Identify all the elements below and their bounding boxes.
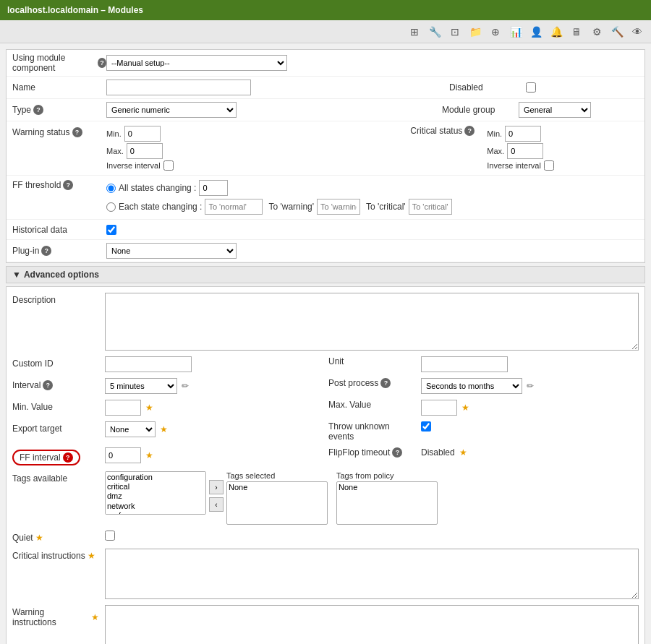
puzzle-icon[interactable]: ⊕ bbox=[488, 24, 503, 40]
wrench-icon[interactable]: 🔧 bbox=[427, 24, 443, 40]
settings-icon[interactable]: ⚙ bbox=[589, 24, 605, 40]
tags-selected-listbox[interactable]: None bbox=[226, 481, 328, 525]
critical-max-input[interactable] bbox=[507, 143, 543, 159]
warning-instructions-textarea[interactable] bbox=[105, 605, 639, 644]
flipflop-timeout-label: FlipFlop timeout ? bbox=[328, 447, 415, 458]
tags-add-arrow[interactable]: › bbox=[209, 480, 224, 494]
disabled-checkbox[interactable] bbox=[526, 82, 536, 93]
warning-control: Min. Max. Inverse interval Criti bbox=[106, 126, 639, 171]
using-module-control: --Manual setup-- bbox=[106, 55, 639, 71]
quiet-checkbox[interactable] bbox=[105, 531, 115, 541]
using-module-row: Using module component ? --Manual setup-… bbox=[7, 50, 644, 77]
tags-remove-arrow[interactable]: ‹ bbox=[209, 497, 224, 512]
ff-all-states-radio[interactable] bbox=[106, 184, 116, 193]
warning-instructions-label: Warning instructions ★ bbox=[12, 605, 99, 627]
post-process-edit-icon[interactable]: ✏ bbox=[527, 381, 534, 391]
top-bar: localhost.localdomain – Modules bbox=[0, 0, 651, 20]
critical-status-half: Critical status ? Min. Max. I bbox=[410, 126, 639, 171]
warning-max-input[interactable] bbox=[127, 143, 163, 159]
type-label: Type ? bbox=[12, 105, 106, 115]
type-help-icon[interactable]: ? bbox=[33, 105, 43, 115]
interval-help-icon[interactable]: ? bbox=[43, 380, 53, 390]
historical-data-row: Historical data bbox=[7, 220, 644, 240]
user-icon[interactable]: 👤 bbox=[528, 24, 544, 40]
unit-input[interactable] bbox=[421, 356, 508, 372]
flipflop-timeout-help-icon[interactable]: ? bbox=[392, 447, 402, 458]
ff-to-normal-input[interactable] bbox=[205, 199, 263, 215]
plugin-select[interactable]: None bbox=[106, 243, 237, 259]
warning-max-label: Max. bbox=[106, 147, 124, 155]
min-value-input[interactable] bbox=[105, 400, 141, 416]
server-icon[interactable]: 🖥 bbox=[569, 24, 584, 40]
ff-each-state-label: Each state changing : bbox=[119, 202, 202, 212]
ff-to-critical-input[interactable] bbox=[409, 199, 452, 215]
quiet-control bbox=[105, 531, 639, 541]
interval-edit-icon[interactable]: ✏ bbox=[182, 381, 189, 391]
critical-instructions-textarea[interactable] bbox=[105, 549, 639, 599]
plugin-help-icon[interactable]: ? bbox=[41, 246, 51, 256]
critical-inverse-checkbox[interactable] bbox=[544, 160, 554, 171]
interval-label: Interval ? bbox=[12, 378, 99, 390]
ff-threshold-row: FF threshold ? All states changing : Eac… bbox=[7, 176, 644, 220]
critical-help-icon[interactable]: ? bbox=[464, 126, 475, 136]
network-icon[interactable]: ⊡ bbox=[447, 24, 463, 40]
post-process-help-icon[interactable]: ? bbox=[380, 378, 391, 388]
ff-threshold-help-icon[interactable]: ? bbox=[63, 180, 73, 190]
post-process-select[interactable]: Seconds to months bbox=[421, 378, 522, 394]
type-select[interactable]: Generic numeric bbox=[106, 102, 237, 118]
throw-unknown-label: Throw unknown events bbox=[328, 421, 415, 442]
interval-select[interactable]: 5 minutes bbox=[105, 378, 177, 394]
throw-unknown-checkbox[interactable] bbox=[421, 421, 431, 432]
max-value-input[interactable] bbox=[421, 400, 457, 416]
ff-interval-input[interactable] bbox=[105, 447, 141, 463]
disabled-half: Disabled bbox=[449, 82, 639, 93]
custom-id-half bbox=[105, 356, 323, 372]
tools-icon[interactable]: 🔨 bbox=[609, 24, 625, 40]
folder-icon[interactable]: 📁 bbox=[467, 24, 483, 40]
tags-available-label: Tags available bbox=[12, 471, 99, 484]
modules-icon[interactable]: ⊞ bbox=[407, 24, 422, 40]
historical-data-control bbox=[106, 225, 639, 235]
ff-interval-help-icon[interactable]: ? bbox=[63, 452, 73, 463]
critical-max-row: Max. bbox=[487, 143, 554, 159]
ff-interval-circle: FF interval ? bbox=[12, 450, 80, 465]
min-value-half: ★ bbox=[105, 400, 323, 416]
critical-min-input[interactable] bbox=[505, 126, 541, 142]
ff-each-state-radio[interactable] bbox=[106, 202, 116, 212]
warning-min-input[interactable] bbox=[124, 126, 161, 142]
description-textarea[interactable] bbox=[105, 293, 639, 351]
tags-from-policy-listbox[interactable]: None bbox=[336, 481, 438, 525]
using-module-help-icon[interactable]: ? bbox=[98, 58, 106, 68]
historical-data-checkbox[interactable] bbox=[106, 225, 116, 235]
warning-instructions-star: ★ bbox=[91, 612, 99, 622]
name-input[interactable] bbox=[106, 80, 251, 95]
ff-to-warning-input[interactable] bbox=[317, 199, 360, 215]
warning-help-icon[interactable]: ? bbox=[72, 127, 82, 137]
custom-id-input[interactable] bbox=[105, 356, 192, 372]
ff-all-states-label: All states changing : bbox=[119, 183, 196, 193]
chart-icon[interactable]: 📊 bbox=[508, 24, 524, 40]
ff-all-states-input[interactable] bbox=[199, 180, 228, 196]
warning-inverse-row: Inverse interval bbox=[106, 160, 174, 171]
plugin-label: Plug-in ? bbox=[12, 246, 106, 256]
bell-icon[interactable]: 🔔 bbox=[548, 24, 564, 40]
description-label: Description bbox=[12, 293, 99, 305]
advanced-options-toggle[interactable]: ▼ Advanced options bbox=[6, 266, 645, 283]
min-max-value-row: Min. Value ★ Max. Value ★ bbox=[12, 400, 639, 416]
interval-half: 5 minutes ✏ bbox=[105, 378, 323, 394]
unit-label: Unit bbox=[328, 356, 415, 366]
ff-interval-star: ★ bbox=[145, 450, 153, 460]
eye-icon[interactable]: 👁 bbox=[629, 24, 645, 40]
tags-available-listbox[interactable]: configuration critical dmz network perfo… bbox=[105, 471, 206, 515]
warning-critical-row: Warning status ? Min. Max. Inverse inter… bbox=[7, 121, 644, 176]
export-target-select[interactable]: None bbox=[105, 421, 156, 437]
flipflop-timeout-value: Disabled bbox=[421, 447, 455, 458]
warning-inverse-checkbox[interactable] bbox=[163, 160, 174, 171]
using-module-select[interactable]: --Manual setup-- bbox=[106, 55, 287, 71]
critical-instructions-row: Critical instructions ★ bbox=[12, 549, 639, 599]
module-group-select[interactable]: General bbox=[519, 102, 591, 118]
module-group-label: Module group bbox=[442, 105, 514, 115]
name-control: Disabled bbox=[106, 80, 639, 95]
export-target-label: Export target bbox=[12, 421, 99, 434]
critical-instructions-label: Critical instructions ★ bbox=[12, 549, 99, 561]
